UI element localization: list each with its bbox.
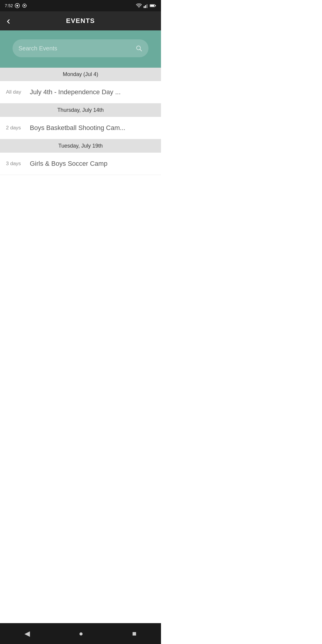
search-icon [135,45,143,52]
event-duration-1: All day [6,89,30,95]
svg-rect-6 [144,6,145,8]
autopilot-icon [15,3,20,8]
table-row[interactable]: 3 days Girls & Boys Soccer Camp [0,153,161,175]
signal-icon [143,3,148,8]
search-input[interactable] [18,45,135,52]
back-button[interactable] [2,14,14,27]
svg-rect-8 [146,4,147,8]
svg-rect-11 [155,5,156,6]
app-bar: EVENTS [0,11,161,30]
svg-rect-7 [145,5,146,8]
section-header-2: Thursday, July 14th [0,103,161,117]
search-box[interactable] [13,39,148,57]
table-row[interactable]: 2 days Boys Basketball Shooting Cam... [0,117,161,139]
recorder-icon [22,3,27,8]
status-right [136,3,156,8]
event-title-3: Girls & Boys Soccer Camp [30,160,155,168]
section-header-1: Monday (Jul 4) [0,68,161,81]
event-duration-3: 3 days [6,161,30,167]
svg-point-1 [16,5,18,7]
status-time: 7:52 [5,3,13,8]
search-banner [0,30,161,68]
table-row[interactable]: All day July 4th - Independence Day ... [0,81,161,103]
status-bar: 7:52 [0,0,161,11]
status-left: 7:52 [5,3,27,8]
svg-rect-10 [150,5,154,7]
events-list: Monday (Jul 4) All day July 4th - Indepe… [0,68,161,175]
battery-icon [150,4,156,8]
event-duration-2: 2 days [6,125,30,131]
svg-line-13 [140,49,142,51]
page-title: EVENTS [66,17,95,25]
svg-point-5 [139,7,139,7]
wifi-icon [136,3,142,8]
event-title-2: Boys Basketball Shooting Cam... [30,124,155,132]
event-title-1: July 4th - Independence Day ... [30,88,155,96]
svg-point-3 [24,5,25,7]
section-header-3: Tuesday, July 19th [0,139,161,153]
